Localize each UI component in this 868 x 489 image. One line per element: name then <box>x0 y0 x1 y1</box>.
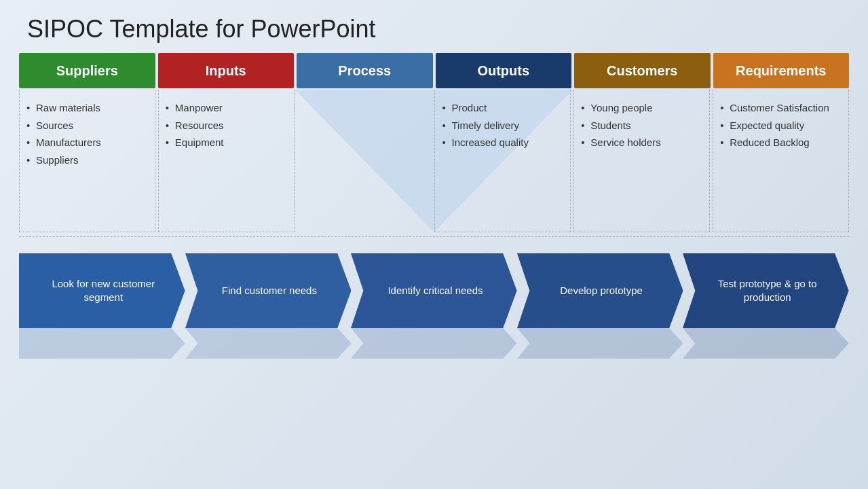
process-step-step2: Find customer needs <box>185 253 352 328</box>
sipoc-item: Manpower <box>166 99 287 117</box>
sipoc-body-outputs-body: ProductTimely deliveryIncreased quality <box>434 90 571 232</box>
process-step-step4: Develop prototype <box>517 253 683 328</box>
svg-marker-9 <box>517 328 683 359</box>
sipoc-body-inputs-body: ManpowerResourcesEquipment <box>158 90 295 232</box>
step-label: Look for new customer segment <box>19 277 185 305</box>
sipoc-body-process-body <box>297 90 432 232</box>
sipoc-item: Customer Satisfaction <box>720 99 842 117</box>
sipoc-item: Service holders <box>581 134 702 151</box>
step-label: Identify critical needs <box>373 284 495 297</box>
divider <box>19 236 849 237</box>
process-step-step3: Identify critical needs <box>351 253 517 328</box>
sipoc-item: Equipment <box>166 134 287 151</box>
sipoc-header-customers: Customers <box>574 53 711 88</box>
sipoc-body-suppliers-body: Raw materialsSourcesManufacturersSupplie… <box>19 90 155 232</box>
reflection-step-step3 <box>351 328 517 359</box>
sipoc-item: Suppliers <box>26 151 148 169</box>
sipoc-item: Students <box>581 117 702 134</box>
sipoc-item: Timely delivery <box>442 117 563 134</box>
sipoc-item: Young people <box>581 99 702 117</box>
sipoc-header-outputs: Outputs <box>436 53 572 88</box>
sipoc-header-requirements: Requirements <box>713 53 850 88</box>
sipoc-container: SuppliersInputsProcessOutputsCustomersRe… <box>0 53 868 232</box>
process-steps: Look for new customer segmentFind custom… <box>0 241 868 328</box>
step-label: Find customer needs <box>207 284 329 297</box>
reflection-step-step2 <box>185 328 352 359</box>
step-label: Test prototype & go to production <box>683 277 849 305</box>
step-label: Develop prototype <box>545 284 655 297</box>
sipoc-item: Expected quality <box>720 117 842 134</box>
svg-marker-10 <box>683 328 849 359</box>
sipoc-item: Raw materials <box>26 99 148 117</box>
sipoc-header-inputs: Inputs <box>158 53 295 88</box>
reflection-step-step4 <box>517 328 683 359</box>
process-steps-reflection <box>0 328 868 359</box>
sipoc-body-customers-body: Young peopleStudentsService holders <box>573 90 710 232</box>
reflection-step-step1 <box>19 328 185 359</box>
sipoc-item: Manufacturers <box>26 134 148 151</box>
process-step-step1: Look for new customer segment <box>19 253 185 328</box>
sipoc-header-suppliers: Suppliers <box>19 53 155 88</box>
svg-marker-7 <box>185 328 352 359</box>
page-title: SIPOC Template for PowerPoint <box>0 0 868 53</box>
sipoc-item: Reduced Backlog <box>720 134 842 151</box>
sipoc-header-process: Process <box>297 53 433 88</box>
sipoc-item: Sources <box>26 117 148 134</box>
sipoc-item: Product <box>442 99 563 117</box>
sipoc-item: Resources <box>166 117 287 134</box>
process-step-step5: Test prototype & go to production <box>683 253 849 328</box>
sipoc-item: Increased quality <box>442 134 563 151</box>
reflection-step-step5 <box>683 328 849 359</box>
sipoc-headers: SuppliersInputsProcessOutputsCustomersRe… <box>19 53 849 88</box>
svg-marker-6 <box>19 328 185 359</box>
sipoc-body-requirements-body: Customer SatisfactionExpected qualityRed… <box>713 90 849 232</box>
sipoc-body: Raw materialsSourcesManufacturersSupplie… <box>19 90 849 232</box>
svg-marker-8 <box>351 328 517 359</box>
